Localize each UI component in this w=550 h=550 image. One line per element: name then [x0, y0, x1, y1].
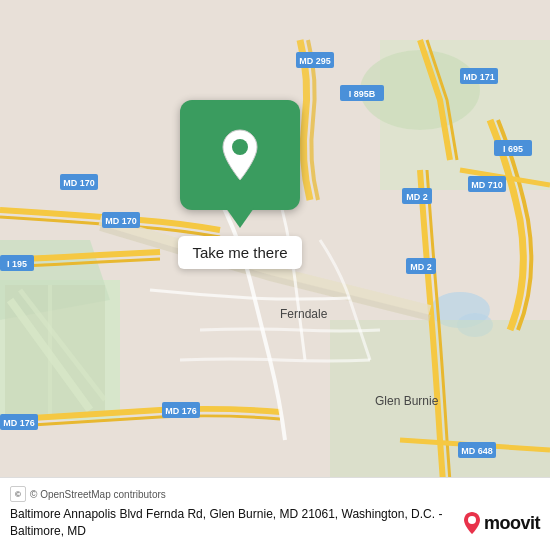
svg-text:Ferndale: Ferndale [280, 307, 328, 321]
svg-text:MD 2: MD 2 [410, 262, 432, 272]
svg-text:MD 295: MD 295 [299, 56, 331, 66]
svg-text:MD 170: MD 170 [63, 178, 95, 188]
popup-bubble [180, 100, 300, 210]
moovit-logo: moovit [462, 511, 540, 535]
svg-text:I 695: I 695 [503, 144, 523, 154]
map-background: Ferndale Glen Burnie MD 295 I 895B MD 17… [0, 0, 550, 550]
location-pin-icon [218, 128, 262, 182]
svg-text:MD 648: MD 648 [461, 446, 493, 456]
svg-text:MD 171: MD 171 [463, 72, 495, 82]
app-container: Ferndale Glen Burnie MD 295 I 895B MD 17… [0, 0, 550, 550]
osm-credit-text: © OpenStreetMap contributors [30, 489, 166, 500]
take-me-there-button[interactable]: Take me there [178, 236, 301, 269]
moovit-pin-icon [462, 511, 482, 535]
svg-text:MD 710: MD 710 [471, 180, 503, 190]
bottom-info-bar: © © OpenStreetMap contributors Baltimore… [0, 477, 550, 550]
osm-logo-icon: © [10, 486, 26, 502]
location-popup: Take me there [130, 100, 350, 269]
svg-point-40 [232, 139, 248, 155]
svg-text:I 195: I 195 [7, 259, 27, 269]
address-text: Baltimore Annapolis Blvd Fernda Rd, Glen… [10, 506, 454, 540]
address-row: Baltimore Annapolis Blvd Fernda Rd, Glen… [10, 506, 540, 540]
svg-rect-5 [5, 285, 105, 415]
svg-text:Glen Burnie: Glen Burnie [375, 394, 439, 408]
svg-text:I 895B: I 895B [349, 89, 376, 99]
map-container: Ferndale Glen Burnie MD 295 I 895B MD 17… [0, 0, 550, 550]
svg-text:MD 176: MD 176 [165, 406, 197, 416]
moovit-brand-text: moovit [484, 513, 540, 534]
svg-text:MD 176: MD 176 [3, 418, 35, 428]
svg-text:MD 2: MD 2 [406, 192, 428, 202]
osm-credit: © © OpenStreetMap contributors [10, 486, 540, 502]
svg-point-41 [468, 516, 476, 524]
